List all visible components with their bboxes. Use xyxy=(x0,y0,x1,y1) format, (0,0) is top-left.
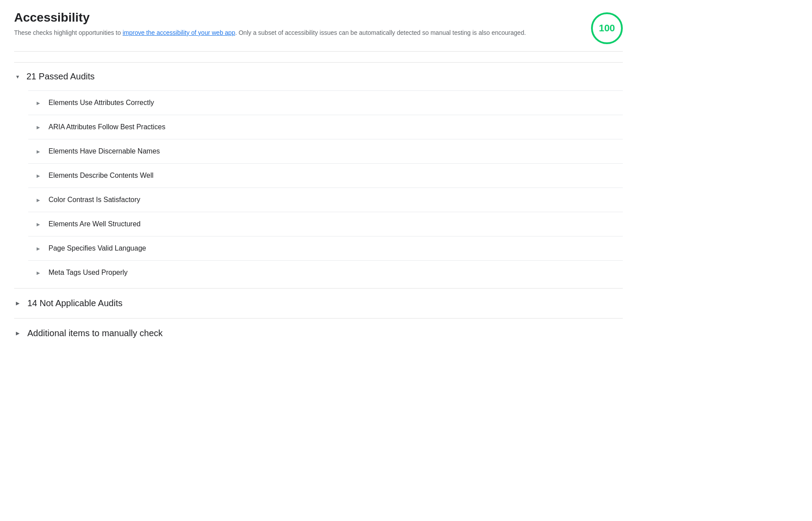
audit-label: Elements Use Attributes Correctly xyxy=(49,99,154,107)
not-applicable-section[interactable]: 14 Not Applicable Audits xyxy=(14,288,623,318)
passed-audits-header[interactable]: 21 Passed Audits xyxy=(14,63,623,90)
page-container: Accessibility These checks highlight opp… xyxy=(14,11,623,348)
not-applicable-label: 14 Not Applicable Audits xyxy=(27,298,123,308)
audit-chevron-icon xyxy=(35,197,41,203)
bottom-sections: 14 Not Applicable Audits Additional item… xyxy=(14,288,623,348)
audit-item-aria-attributes[interactable]: ARIA Attributes Follow Best Practices xyxy=(28,115,623,139)
manual-check-label: Additional items to manually check xyxy=(27,328,163,338)
audit-chevron-icon xyxy=(35,148,41,154)
audit-item-meta-tags[interactable]: Meta Tags Used Properly xyxy=(28,260,623,285)
audit-label: ARIA Attributes Follow Best Practices xyxy=(49,123,165,131)
page-title: Accessibility xyxy=(14,11,543,25)
passed-audits-section: 21 Passed Audits Elements Use Attributes… xyxy=(14,62,623,285)
manual-check-chevron-icon xyxy=(14,330,21,337)
page-description: These checks highlight opportunities to … xyxy=(14,28,543,37)
score-value: 100 xyxy=(599,22,615,34)
audit-item-discernable-names[interactable]: Elements Have Discernable Names xyxy=(28,139,623,163)
passed-audits-chevron-icon xyxy=(14,73,21,80)
passed-audits-items: Elements Use Attributes Correctly ARIA A… xyxy=(14,90,623,285)
audit-chevron-icon xyxy=(35,245,41,251)
audit-chevron-icon xyxy=(35,270,41,276)
audit-item-valid-language[interactable]: Page Specifies Valid Language xyxy=(28,236,623,260)
audit-chevron-icon xyxy=(35,124,41,130)
audit-item-well-structured[interactable]: Elements Are Well Structured xyxy=(28,212,623,236)
passed-audits-title: 21 Passed Audits xyxy=(26,71,95,82)
audit-label: Elements Are Well Structured xyxy=(49,220,141,228)
header-section: Accessibility These checks highlight opp… xyxy=(14,11,623,52)
audit-item-elements-attributes[interactable]: Elements Use Attributes Correctly xyxy=(28,90,623,115)
audit-label: Page Specifies Valid Language xyxy=(49,244,146,252)
audit-chevron-icon xyxy=(35,100,41,106)
audit-chevron-icon xyxy=(35,221,41,227)
score-circle: 100 xyxy=(591,12,623,44)
description-suffix: . Only a subset of accessibility issues … xyxy=(235,29,526,36)
audit-label: Elements Have Discernable Names xyxy=(49,147,160,155)
audit-label: Elements Describe Contents Well xyxy=(49,172,153,180)
audit-label: Meta Tags Used Properly xyxy=(49,269,127,277)
description-prefix: These checks highlight opportunities to xyxy=(14,29,123,36)
not-applicable-chevron-icon xyxy=(14,300,21,307)
audit-item-describe-contents[interactable]: Elements Describe Contents Well xyxy=(28,163,623,187)
audit-chevron-icon xyxy=(35,172,41,179)
audit-item-color-contrast[interactable]: Color Contrast Is Satisfactory xyxy=(28,187,623,212)
header-text: Accessibility These checks highlight opp… xyxy=(14,11,543,37)
accessibility-link[interactable]: improve the accessibility of your web ap… xyxy=(123,29,235,36)
audit-label: Color Contrast Is Satisfactory xyxy=(49,196,140,204)
manual-check-section[interactable]: Additional items to manually check xyxy=(14,318,623,348)
